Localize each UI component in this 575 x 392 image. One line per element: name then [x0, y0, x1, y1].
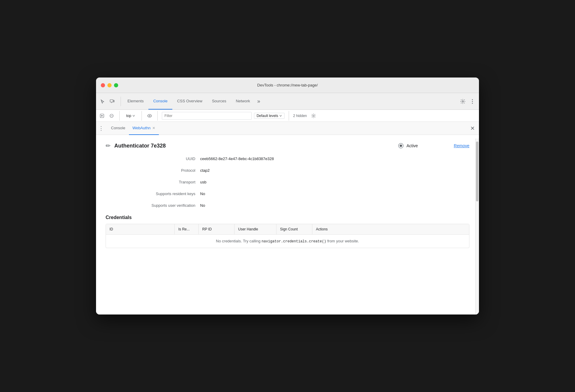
toolbar-divider2 [142, 111, 142, 121]
panel-tab-console[interactable]: Console [107, 122, 129, 135]
filter-input[interactable] [162, 112, 252, 120]
scrollbar[interactable] [475, 139, 479, 314]
hidden-count: 2 hidden [293, 114, 307, 118]
svg-point-11 [149, 115, 150, 116]
transport-row: Transport usb [130, 180, 469, 184]
console-settings-icon[interactable] [309, 112, 318, 120]
active-radio[interactable] [398, 143, 404, 148]
devtools-icons [98, 97, 116, 106]
credentials-section: Credentials ID Is Re... RP ID User Handl… [106, 215, 469, 248]
panel-close-button[interactable]: ✕ [468, 124, 477, 133]
devtools-tab-bar: Elements Console CSS Overview Sources Ne… [96, 93, 479, 110]
table-header: ID Is Re... RP ID User Handle Sign Count… [106, 224, 469, 235]
protocol-value: ctap2 [200, 168, 210, 173]
active-section: Active [398, 143, 418, 148]
authenticator-fields: UUID ceeb5662-8e27-4e47-8ebc-4c1b8387e32… [130, 157, 469, 208]
console-toolbar: top Default levels 2 hidden [96, 110, 479, 122]
title-bar: DevTools - chrome://new-tab-page/ [96, 78, 479, 93]
authenticator-header: ✏ Authenticator 7e328 Active Remove [106, 142, 469, 149]
run-icon[interactable] [98, 112, 106, 119]
maximize-button[interactable] [114, 83, 118, 87]
svg-rect-1 [113, 100, 114, 102]
minimize-button[interactable] [107, 83, 112, 87]
col-rp-id: RP ID [199, 224, 235, 234]
credentials-table: ID Is Re... RP ID User Handle Sign Count… [106, 224, 469, 248]
active-label: Active [407, 143, 418, 148]
svg-point-4 [472, 99, 473, 100]
remove-button[interactable]: Remove [454, 143, 469, 148]
toolbar-divider [119, 111, 120, 121]
table-empty-row: No credentials. Try calling navigator.cr… [106, 235, 469, 248]
col-id: ID [106, 224, 175, 234]
svg-rect-0 [110, 100, 113, 102]
radio-inner [400, 145, 402, 147]
settings-icon[interactable] [459, 97, 467, 106]
tab-sources[interactable]: Sources [207, 93, 231, 110]
resident-keys-row: Supports resident keys No [130, 192, 469, 196]
close-button[interactable] [101, 83, 105, 87]
eye-icon[interactable] [146, 112, 153, 119]
resident-keys-label: Supports resident keys [130, 192, 195, 196]
scrollbar-thumb[interactable] [476, 142, 478, 201]
window-title: DevTools - chrome://new-tab-page/ [257, 83, 318, 87]
user-verification-value: No [200, 203, 205, 208]
panel-tabs-bar: ⋮ Console WebAuthn ✕ ✕ [96, 122, 479, 135]
devtools-settings [459, 97, 477, 106]
svg-point-12 [313, 115, 314, 116]
resident-keys-value: No [200, 192, 205, 196]
edit-icon[interactable]: ✏ [106, 142, 111, 149]
context-selector[interactable]: top [124, 113, 137, 118]
panel-tab-webauthn[interactable]: WebAuthn ✕ [129, 122, 159, 135]
toolbar-divider4 [289, 111, 289, 121]
protocol-row: Protocol ctap2 [130, 168, 469, 173]
credentials-title: Credentials [106, 215, 469, 220]
devtools-window: DevTools - chrome://new-tab-page/ Elemen… [96, 78, 479, 314]
svg-point-3 [462, 101, 464, 102]
transport-value: usb [200, 180, 206, 184]
uuid-value: ceeb5662-8e27-4e47-8ebc-4c1b8387e328 [200, 157, 274, 161]
log-levels-button[interactable]: Default levels [254, 113, 285, 119]
tab-console[interactable]: Console [148, 93, 172, 110]
tab-network[interactable]: Network [231, 93, 255, 110]
col-sign-count: Sign Count [276, 224, 312, 234]
content-area: ⋮ Console WebAuthn ✕ ✕ ✏ Authenticator 7… [96, 122, 479, 314]
user-verification-label: Supports user verification [130, 203, 195, 208]
traffic-lights [101, 83, 118, 87]
uuid-label: UUID [130, 157, 195, 161]
transport-label: Transport [130, 180, 195, 184]
svg-marker-8 [101, 115, 103, 117]
svg-point-6 [472, 103, 473, 104]
device-icon[interactable] [108, 97, 116, 106]
tab-list: Elements Console CSS Overview Sources Ne… [123, 93, 459, 110]
authenticator-title: Authenticator 7e328 [114, 143, 166, 149]
col-actions: Actions [312, 224, 342, 234]
tab-css-overview[interactable]: CSS Overview [172, 93, 207, 110]
user-verification-row: Supports user verification No [130, 203, 469, 208]
col-is-re: Is Re... [175, 224, 199, 234]
empty-message-code: navigator.credentials.create() [261, 239, 326, 244]
protocol-label: Protocol [130, 168, 195, 173]
panel-menu-icon[interactable]: ⋮ [98, 125, 104, 132]
col-user-handle: User Handle [235, 224, 276, 234]
tab-elements[interactable]: Elements [123, 93, 148, 110]
toolbar-divider3 [157, 111, 158, 121]
uuid-row: UUID ceeb5662-8e27-4e47-8ebc-4c1b8387e32… [130, 157, 469, 161]
inspect-icon[interactable] [98, 97, 107, 106]
empty-message-prefix: No credentials. Try calling [216, 239, 261, 243]
divider [121, 97, 121, 106]
more-options-icon[interactable] [468, 97, 477, 106]
svg-point-5 [472, 101, 473, 102]
empty-message-suffix: from your website. [326, 239, 359, 243]
panel-tab-close-icon[interactable]: ✕ [152, 126, 155, 130]
clear-icon[interactable] [108, 112, 115, 119]
webauthn-panel: ✏ Authenticator 7e328 Active Remove UUID… [96, 135, 479, 314]
more-tabs-button[interactable]: » [255, 93, 263, 110]
